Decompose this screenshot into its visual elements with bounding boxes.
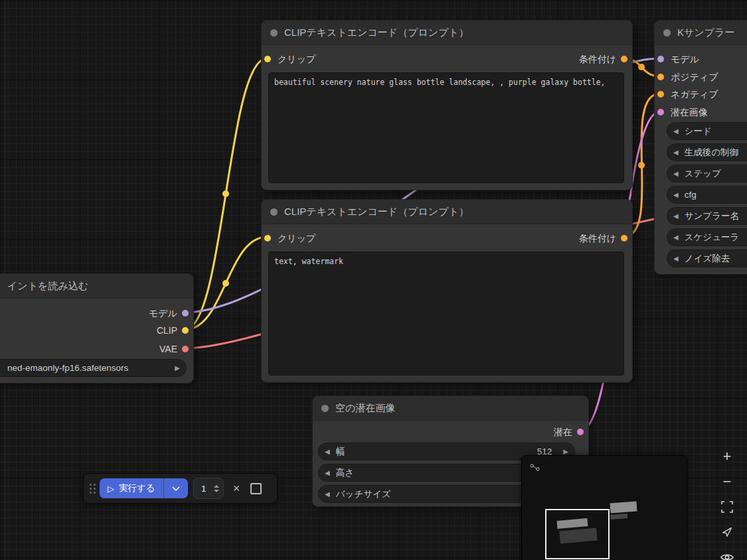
node-clip-text-encode-negative[interactable]: CLIPテキストエンコード（プロンプト） クリップ 条件付け text, wat…	[261, 199, 633, 383]
wire-midpoint-dot	[222, 280, 229, 287]
widget-label: シード	[685, 125, 747, 137]
canvas-nav-toolbar: + −	[716, 449, 738, 560]
collapse-dot-icon[interactable]	[270, 208, 278, 216]
stepper-carets[interactable]	[214, 485, 223, 492]
run-button-label: 実行する	[119, 482, 163, 494]
stop-button[interactable]	[250, 483, 262, 494]
clip-input-port[interactable]	[264, 56, 271, 62]
collapse-dot-icon[interactable]	[270, 29, 278, 36]
sampler-name-widget[interactable]: ◀ サンプラー名	[667, 207, 747, 225]
widget-left-arrow-icon[interactable]: ◀	[667, 234, 685, 241]
run-toolbar: ▷ 実行する 1 ×	[83, 473, 278, 504]
widget-label: スケジューラ	[685, 232, 747, 244]
widget-label: 幅	[336, 446, 537, 458]
run-options-chevron-down-icon[interactable]	[164, 486, 188, 491]
widget-right-arrow-icon[interactable]: ▶	[557, 448, 574, 455]
play-icon: ▷	[100, 484, 119, 494]
clip-input-port[interactable]	[264, 235, 271, 242]
node-graph-canvas[interactable]: CLIPテキストエンコード（プロンプト） クリップ 条件付け beautiful…	[0, 0, 747, 560]
denoise-widget[interactable]: ◀ ノイズ除去	[667, 249, 747, 267]
minimap-viewport-rect[interactable]	[545, 509, 610, 559]
io-row: 潜在	[313, 425, 588, 439]
clip-output-port[interactable]	[182, 327, 189, 334]
widget-label: cfg	[685, 190, 747, 200]
io-row: モデル	[0, 306, 193, 320]
conditioning-output-port[interactable]	[621, 56, 627, 62]
node-title-bar[interactable]: CLIPテキストエンコード（プロンプト）	[262, 200, 632, 224]
io-row: CLIP	[0, 323, 193, 338]
node-clip-text-encode-positive[interactable]: CLIPテキストエンコード（プロンプト） クリップ 条件付け beautiful…	[261, 20, 633, 190]
input-label: モデル	[671, 52, 699, 66]
widget-left-arrow-icon[interactable]: ◀	[319, 448, 336, 455]
vae-output-port[interactable]	[182, 346, 189, 352]
collapse-dot-icon[interactable]	[663, 29, 671, 36]
widget-left-arrow-icon[interactable]: ◀	[667, 170, 685, 177]
stepper-up-icon[interactable]	[214, 485, 219, 488]
io-row: クリップ 条件付け	[262, 231, 632, 245]
latent-output-port[interactable]	[577, 429, 584, 435]
output-label: 潜在	[554, 425, 572, 439]
conditioning-output-port[interactable]	[621, 235, 627, 242]
widget-left-arrow-icon[interactable]: ◀	[667, 212, 685, 220]
node-ksampler[interactable]: Kサンプラー モデル ポジティブ ネガティブ 潜在画像 ◀ シード ◀ 生成後の…	[654, 20, 747, 275]
node-title-bar[interactable]: 空の潜在画像	[313, 396, 588, 421]
prompt-textarea[interactable]: beautiful scenery nature glass bottle la…	[268, 72, 624, 183]
input-label: ネガティブ	[671, 87, 718, 102]
widget-left-arrow-icon[interactable]: ◀	[319, 490, 336, 498]
seed-widget[interactable]: ◀ シード	[667, 122, 747, 140]
widget-left-arrow-icon[interactable]: ◀	[319, 469, 336, 476]
widget-left-arrow-icon[interactable]: ◀	[667, 149, 685, 156]
batch-count-stepper[interactable]: 1	[193, 478, 224, 499]
combo-next-arrow-icon[interactable]: ▶	[169, 364, 186, 372]
model-output-port[interactable]	[182, 310, 189, 316]
zoom-in-button[interactable]: +	[719, 449, 735, 464]
io-row: クリップ 条件付け	[262, 52, 632, 66]
node-title-bar[interactable]: イントを読み込む	[0, 274, 193, 299]
widget-label: ノイズ除去	[685, 253, 747, 265]
output-label: VAE	[159, 342, 177, 356]
prompt-textarea[interactable]: text, watermark	[268, 251, 624, 376]
visibility-eye-button[interactable]	[719, 549, 735, 560]
io-row: VAE	[0, 342, 193, 356]
clear-queue-button[interactable]: ×	[233, 482, 240, 494]
widget-left-arrow-icon[interactable]: ◀	[667, 191, 685, 198]
scheduler-widget[interactable]: ◀ スケジューラ	[667, 228, 747, 246]
fit-view-button[interactable]	[719, 499, 735, 515]
zoom-out-button[interactable]: −	[719, 474, 735, 490]
cfg-widget[interactable]: ◀ cfg	[667, 186, 747, 204]
run-button[interactable]: ▷ 実行する	[100, 478, 188, 498]
collapse-dot-icon[interactable]	[321, 405, 329, 412]
widget-label: サンプラー名	[685, 210, 747, 222]
node-title-bar[interactable]: CLIPテキストエンコード（プロンプト）	[262, 21, 632, 45]
negative-input-port[interactable]	[657, 91, 664, 98]
ckpt-name-value: ned-emaonly-fp16.safetensors	[0, 363, 169, 373]
node-load-checkpoint[interactable]: イントを読み込む モデル CLIP VAE ned-emaonly-fp16.s…	[0, 273, 194, 384]
node-title: CLIPテキストエンコード（プロンプト）	[284, 27, 469, 39]
batch-count-value: 1	[194, 484, 214, 494]
node-title-bar[interactable]: Kサンプラー	[655, 21, 747, 45]
io-row: モデル	[655, 52, 747, 66]
wire-midpoint-dot	[222, 190, 229, 197]
wire-midpoint-dot	[638, 162, 645, 169]
widget-label: 生成後の制御	[685, 147, 747, 159]
control-after-generate-widget[interactable]: ◀ 生成後の制御	[667, 143, 747, 161]
toolbar-drag-handle-icon[interactable]	[88, 484, 97, 494]
pan-navigate-button[interactable]	[719, 524, 735, 540]
widget-left-arrow-icon[interactable]: ◀	[667, 127, 685, 135]
steps-widget[interactable]: ◀ ステップ	[667, 165, 747, 182]
ckpt-name-combo-widget[interactable]: ned-emaonly-fp16.safetensors ▶	[0, 359, 187, 377]
io-row: 潜在画像	[655, 105, 747, 119]
model-input-port[interactable]	[657, 56, 664, 62]
widget-left-arrow-icon[interactable]: ◀	[667, 255, 685, 262]
latent-input-port[interactable]	[657, 109, 664, 115]
output-label: 条件付け	[579, 231, 616, 245]
output-label: モデル	[149, 306, 177, 320]
input-label: 潜在画像	[671, 105, 708, 119]
minimap-links-icon[interactable]	[530, 462, 540, 474]
output-label: 条件付け	[579, 52, 616, 66]
positive-input-port[interactable]	[657, 74, 664, 80]
minimap-panel[interactable]	[521, 455, 687, 560]
input-label: クリップ	[278, 231, 315, 245]
stepper-down-icon[interactable]	[214, 490, 219, 492]
node-title: CLIPテキストエンコード（プロンプト）	[284, 206, 469, 218]
